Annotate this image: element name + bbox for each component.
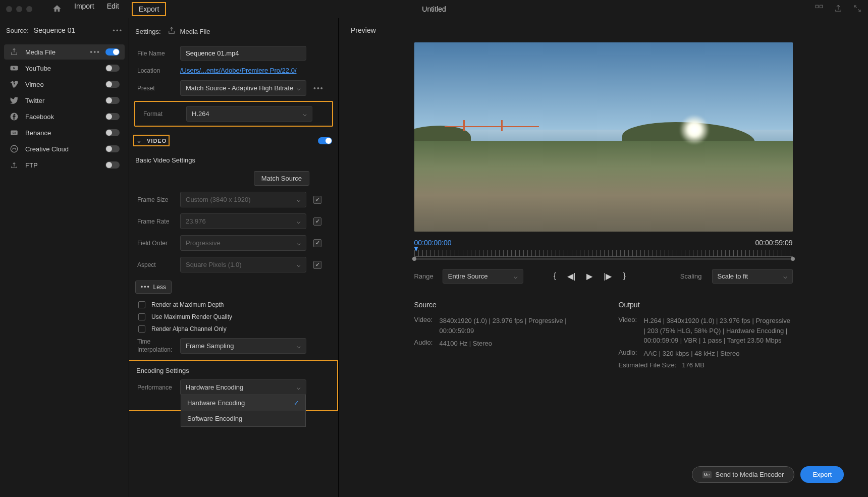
dest-toggle-vimeo[interactable] — [105, 81, 120, 88]
format-select[interactable]: H.264 ⌵ — [186, 106, 312, 122]
dropdown-item-hardware[interactable]: Hardware Encoding ✓ — [181, 395, 305, 411]
video-toggle[interactable] — [318, 137, 332, 144]
dest-toggle-creative-cloud[interactable] — [105, 145, 120, 152]
chevron-down-icon[interactable]: ⌄ — [136, 137, 142, 144]
alpha-only-checkbox[interactable] — [138, 325, 145, 333]
dest-toggle-youtube[interactable] — [105, 65, 120, 72]
play-button[interactable]: ▶ — [586, 271, 592, 281]
minimize-window[interactable] — [16, 6, 22, 12]
sidebar-item-media-file[interactable]: Media File ••• — [4, 44, 125, 60]
dest-toggle-behance[interactable] — [105, 129, 120, 136]
performance-label: Performance — [137, 384, 180, 391]
in-point-handle[interactable] — [412, 257, 416, 261]
dropdown-item-software[interactable]: Software Encoding — [181, 411, 305, 426]
timecode-start[interactable]: 00:00:00:00 — [414, 239, 452, 247]
scaling-select[interactable]: Scale to fit ⌵ — [712, 269, 793, 284]
aspect-select[interactable]: Square Pixels (1.0)⌵ — [180, 257, 306, 272]
close-window[interactable] — [6, 6, 12, 12]
filesize-label: Estimated File Size: — [619, 361, 677, 369]
export-button[interactable]: Export — [800, 466, 844, 483]
workspace-icon[interactable] — [815, 4, 824, 15]
location-link[interactable]: /Users/...ents/Adobe/Premiere Pro/22.0/ — [180, 67, 297, 74]
aspect-label: Aspect — [137, 261, 180, 268]
dest-label: Facebook — [25, 113, 105, 121]
dest-toggle-twitter[interactable] — [105, 97, 120, 104]
preset-select[interactable]: Match Source - Adaptive High Bitrate ⌵ — [180, 80, 306, 96]
chevron-down-icon: ⌵ — [297, 217, 301, 225]
max-quality-checkbox[interactable] — [138, 313, 145, 320]
sidebar-item-vimeo[interactable]: Vimeo — [4, 77, 125, 92]
send-to-encoder-button[interactable]: Me Send to Media Encoder — [692, 466, 795, 483]
dest-label: Media File — [25, 48, 90, 56]
range-select[interactable]: Entire Source ⌵ — [443, 269, 523, 284]
mark-in-button[interactable]: { — [554, 271, 556, 281]
video-section-title[interactable]: VIDEO — [147, 138, 167, 144]
mark-out-button[interactable]: } — [623, 271, 625, 281]
menu-import[interactable]: Import — [74, 2, 94, 16]
output-info-title: Output — [619, 301, 793, 309]
framerate-match-checkbox[interactable] — [313, 217, 321, 226]
dest-toggle-ftp[interactable] — [105, 161, 120, 169]
sidebar-item-twitter[interactable]: Twitter — [4, 93, 125, 108]
share-icon[interactable] — [834, 4, 843, 15]
max-depth-checkbox[interactable] — [138, 301, 145, 308]
framerate-select[interactable]: 23.976⌵ — [180, 213, 306, 229]
fullscreen-icon[interactable] — [853, 4, 862, 15]
svg-rect-1 — [820, 5, 823, 8]
sidebar-item-ftp[interactable]: FTP — [4, 157, 125, 173]
creative-cloud-icon — [9, 144, 19, 154]
ftp-icon — [9, 160, 19, 170]
timecode-end: 00:00:59:09 — [755, 239, 793, 247]
preview-video-frame[interactable] — [414, 42, 793, 232]
filename-input[interactable] — [180, 46, 306, 61]
location-label: Location — [137, 67, 180, 74]
step-forward-button[interactable]: |▶ — [604, 271, 612, 281]
sidebar-item-creative-cloud[interactable]: Creative Cloud — [4, 141, 125, 156]
framesize-match-checkbox[interactable] — [313, 196, 321, 204]
max-depth-label: Render at Maximum Depth — [151, 301, 224, 308]
aspect-match-checkbox[interactable] — [313, 261, 321, 269]
menu-edit[interactable]: Edit — [107, 2, 119, 16]
twitter-icon — [9, 95, 19, 105]
sidebar-item-facebook[interactable]: Facebook — [4, 109, 125, 124]
match-source-button[interactable]: Match Source — [254, 171, 309, 186]
preset-label: Preset — [137, 85, 180, 92]
settings-subtitle: Media File — [180, 28, 210, 35]
behance-icon: Bē — [9, 128, 19, 138]
home-button[interactable] — [52, 4, 62, 15]
dest-toggle-media-file[interactable] — [105, 48, 120, 56]
chevron-down-icon: ⌵ — [297, 239, 301, 247]
svg-text:Bē: Bē — [13, 131, 16, 134]
svg-point-6 — [11, 145, 18, 152]
dest-options-button[interactable]: ••• — [90, 48, 100, 56]
alpha-only-label: Render Alpha Channel Only — [151, 325, 227, 333]
fieldorder-match-checkbox[interactable] — [313, 239, 321, 247]
max-quality-label: Use Maximum Render Quality — [151, 313, 232, 320]
maximize-window[interactable] — [26, 6, 32, 12]
time-interp-select[interactable]: Frame Sampling⌵ — [180, 338, 306, 354]
menu-export[interactable]: Export — [132, 2, 166, 16]
document-title: Untitled — [422, 5, 446, 13]
sidebar-item-youtube[interactable]: YouTube — [4, 61, 125, 76]
less-button[interactable]: •••Less — [135, 281, 172, 294]
chevron-down-icon: ⌵ — [297, 342, 301, 350]
source-audio-label: Audio: — [414, 339, 440, 349]
output-audio-value: AAC | 320 kbps | 48 kHz | Stereo — [644, 349, 793, 359]
youtube-icon — [9, 63, 19, 73]
window-controls[interactable] — [6, 6, 32, 12]
output-video-label: Video: — [619, 316, 644, 346]
source-options-button[interactable]: ••• — [113, 27, 123, 34]
dest-toggle-facebook[interactable] — [105, 113, 120, 120]
dest-label: Behance — [25, 129, 105, 137]
framesize-select[interactable]: Custom (3840 x 1920)⌵ — [180, 192, 306, 207]
fieldorder-select[interactable]: Progressive⌵ — [180, 235, 306, 251]
preset-options-button[interactable]: ••• — [313, 84, 324, 92]
settings-label: Settings: — [135, 28, 161, 35]
basic-video-settings-title: Basic Video Settings — [129, 152, 338, 168]
performance-select[interactable]: Hardware Encoding ⌵ Hardware Encoding ✓ … — [180, 379, 306, 395]
step-back-button[interactable]: ◀| — [567, 271, 575, 281]
out-point-handle[interactable] — [791, 257, 795, 261]
sidebar-item-behance[interactable]: Bē Behance — [4, 125, 125, 140]
framerate-label: Frame Rate — [137, 218, 180, 225]
timeline[interactable] — [414, 250, 793, 262]
